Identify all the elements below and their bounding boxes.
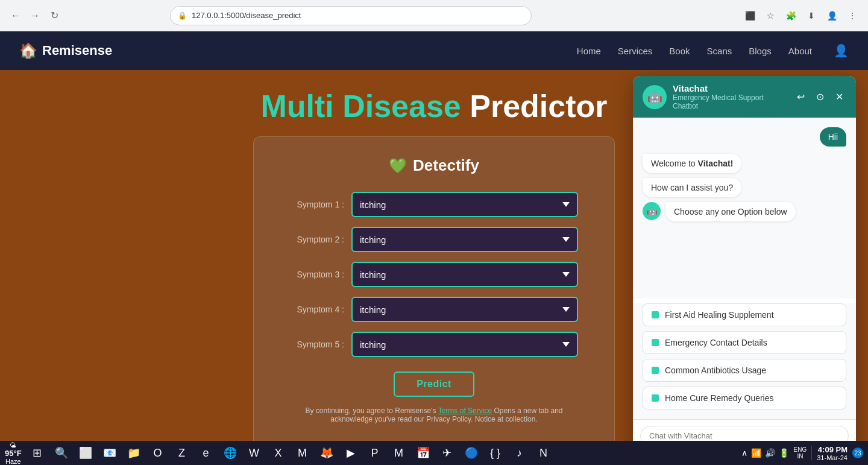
symptom-row-1: Symptom 1 : itching: [290, 192, 578, 217]
bot-message-choose: 🤖 Choose any one Option below: [643, 202, 846, 221]
notification-badge[interactable]: 23: [852, 448, 863, 458]
symptom-label-3: Symptom 3 :: [290, 270, 344, 279]
profile-button[interactable]: 👤: [823, 7, 840, 24]
mail-button[interactable]: 📧: [99, 442, 121, 464]
nav-services[interactable]: Services: [618, 46, 653, 56]
option-dot-3: [652, 367, 659, 374]
form-title: 💚 Detectify: [290, 156, 578, 175]
app2-button[interactable]: ▶: [340, 442, 362, 464]
page-title-white: Predictor: [470, 89, 607, 124]
disclaimer-text: By continuing, you agree to Remisense's: [306, 406, 436, 415]
weather-condition: Haze: [5, 458, 21, 465]
symptom-label-5: Symptom 5 :: [290, 340, 344, 349]
telegram-button[interactable]: ✈: [436, 442, 458, 464]
chatbot-input-area: [633, 419, 856, 441]
spotify-button[interactable]: ♪: [509, 442, 530, 464]
zoom-button[interactable]: Z: [171, 442, 193, 464]
chatbot-body: Hii Welcome to Vitachat! How can I assis…: [633, 118, 856, 299]
logo-icon: 🏠: [19, 42, 37, 59]
symptom-select-4[interactable]: itching: [351, 297, 578, 322]
chatbot-header: 🤖 Vitachat Emergency Medical Support Cha…: [633, 76, 856, 118]
firefox-button[interactable]: 🦊: [316, 442, 338, 464]
tos-link[interactable]: Terms of Service: [438, 406, 492, 415]
address-bar[interactable]: 🔒 127.0.0.1:5000/disease_predict: [170, 6, 532, 25]
nav-about[interactable]: About: [788, 46, 812, 56]
option-first-aid[interactable]: First Aid Healing Supplement: [643, 303, 846, 326]
myp-button[interactable]: M: [292, 442, 313, 464]
user-bubble-1: Hii: [820, 127, 846, 147]
nav-book[interactable]: Book: [669, 46, 690, 56]
edge-button[interactable]: e: [195, 442, 217, 464]
clock-date: 31-Mar-24: [817, 454, 848, 461]
user-message-1: Hii: [643, 127, 846, 147]
browser-button[interactable]: 🌐: [219, 442, 241, 464]
predict-button[interactable]: Predict: [394, 372, 474, 397]
cast-button[interactable]: ⬛: [741, 7, 758, 24]
symptom-label-4: Symptom 4 :: [290, 305, 344, 314]
chatbot-input[interactable]: [640, 426, 849, 441]
battery-icon[interactable]: 🔋: [779, 448, 789, 458]
lock-icon: 🔒: [178, 11, 187, 20]
vitachat-bold: Vitachat!: [698, 159, 734, 168]
forward-button[interactable]: →: [27, 7, 43, 24]
option-home-cure[interactable]: Home Cure Remedy Queries: [643, 387, 846, 410]
chatbot-header-buttons: ↩ ⊙ ✕: [793, 90, 846, 104]
taskview-button[interactable]: ⬜: [75, 442, 96, 464]
start-button[interactable]: ⊞: [27, 442, 48, 464]
symptom-select-5[interactable]: itching: [351, 332, 578, 357]
browser-actions: ⬛ ☆ 🧩 ⬇ 👤 ⋮: [741, 7, 861, 24]
app3-button[interactable]: M: [388, 442, 410, 464]
network-icon[interactable]: 📶: [751, 448, 761, 458]
option-antibiotics[interactable]: Common Antibiotics Usage: [643, 359, 846, 382]
logo-text: Remisense: [42, 43, 112, 59]
chatbot-avatar: 🤖: [643, 85, 667, 109]
calendar-button[interactable]: 📅: [412, 442, 434, 464]
bot-bubble-welcome: Welcome to Vitachat!: [643, 154, 741, 173]
clock-time: 4:09 PM: [817, 445, 848, 454]
back-button[interactable]: ←: [7, 7, 24, 24]
show-hidden-icon[interactable]: ∧: [741, 448, 747, 458]
weather-icon: 🌤: [10, 441, 16, 449]
bot-bubble-assist: How can I assist you?: [643, 178, 741, 197]
symptom-row-2: Symptom 2 : itching: [290, 227, 578, 252]
symptom-select-2[interactable]: itching: [351, 227, 578, 252]
netflix-button[interactable]: N: [533, 442, 555, 464]
search-button[interactable]: 🔍: [51, 442, 72, 464]
nav-home[interactable]: Home: [577, 46, 601, 56]
chatbot-info-button[interactable]: ⊙: [813, 90, 827, 104]
nav-scans[interactable]: Scans: [707, 46, 732, 56]
disclaimer: By continuing, you agree to Remisense's …: [290, 406, 578, 423]
refresh-button[interactable]: ↻: [46, 7, 63, 24]
chatbot-info: Vitachat Emergency Medical Support Chatb…: [673, 83, 787, 110]
option-antibiotics-label: Common Antibiotics Usage: [665, 365, 766, 375]
bookmark-button[interactable]: ☆: [762, 7, 779, 24]
logo-area: 🏠 Remisense: [19, 42, 112, 59]
taskbar-time[interactable]: 4:09 PM 31-Mar-24: [817, 445, 848, 461]
option-dot-1: [652, 311, 659, 318]
bot-bubble-choose: Choose any one Option below: [665, 202, 796, 221]
download-button[interactable]: ⬇: [803, 7, 820, 24]
symptom-select-3[interactable]: itching: [351, 262, 578, 287]
opera-button[interactable]: O: [147, 442, 169, 464]
option-emergency-contact[interactable]: Emergency Contact Details: [643, 331, 846, 354]
vscode-button[interactable]: { }: [485, 442, 506, 464]
symptom-select-1[interactable]: itching: [351, 192, 578, 217]
excel-button[interactable]: X: [268, 442, 289, 464]
option-first-aid-label: First Aid Healing Supplement: [665, 310, 774, 320]
explorer-button[interactable]: 📁: [123, 442, 145, 464]
menu-button[interactable]: ⋮: [844, 7, 861, 24]
chatbot-name: Vitachat: [673, 83, 787, 93]
word-button[interactable]: W: [244, 442, 265, 464]
chatbot-close-button[interactable]: ✕: [832, 90, 846, 104]
chrome-button[interactable]: 🔵: [461, 442, 482, 464]
chatbot-back-button[interactable]: ↩: [793, 90, 808, 104]
taskbar-right: ∧ 📶 🔊 🔋 ENG IN 4:09 PM 31-Mar-24 23: [741, 445, 863, 461]
bot-message-assist: How can I assist you?: [643, 178, 846, 197]
nav-blogs[interactable]: Blogs: [749, 46, 772, 56]
symptom-label-2: Symptom 2 :: [290, 235, 344, 244]
volume-icon[interactable]: 🔊: [765, 448, 775, 458]
extension-button[interactable]: 🧩: [782, 7, 799, 24]
taskbar-separator: [811, 446, 812, 460]
user-profile-icon[interactable]: 👤: [834, 43, 849, 58]
powerpoint-button[interactable]: P: [364, 442, 386, 464]
